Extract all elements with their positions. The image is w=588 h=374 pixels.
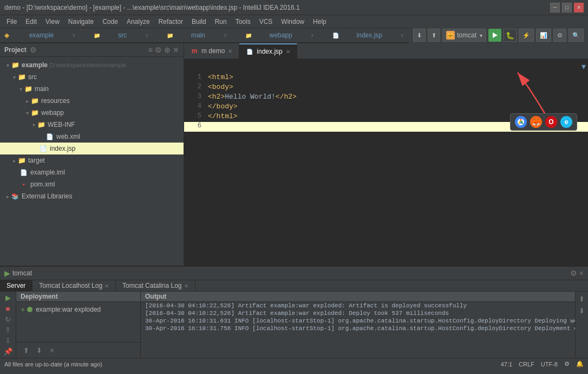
ie-button[interactable]: e bbox=[560, 116, 572, 128]
toolbar: ⬇ ⬆ 🐱 tomcat ▾ 🐛 ⚡ 📊 ⚙ 🔍 bbox=[409, 27, 588, 44]
tab-demo-close[interactable]: ✕ bbox=[228, 48, 232, 54]
stop-button[interactable]: ■ bbox=[3, 305, 14, 313]
settings-button[interactable]: ⚙ bbox=[553, 29, 566, 42]
tree-item-src[interactable]: ▾ 📁 src bbox=[0, 71, 184, 83]
deploy-down-button[interactable]: ⬇ bbox=[34, 345, 44, 356]
menu-window[interactable]: Window bbox=[277, 15, 309, 28]
tree-item-main[interactable]: ▾ 📁 main bbox=[0, 83, 184, 95]
menu-code[interactable]: Code bbox=[98, 15, 122, 28]
tree-item-webinf[interactable]: ▾ 📁 WEB-INF bbox=[0, 119, 184, 131]
gear-icon[interactable]: ⚙ bbox=[155, 46, 162, 54]
menu-refactor[interactable]: Refactor bbox=[154, 15, 187, 28]
bottom-tab-server[interactable]: Server bbox=[0, 280, 32, 291]
collapse-all-icon[interactable]: ≡ bbox=[148, 46, 153, 54]
extlibs-icon: 📚 bbox=[11, 192, 19, 201]
tab-demo[interactable]: m m demo ✕ bbox=[184, 43, 239, 59]
menu-view[interactable]: View bbox=[41, 15, 64, 28]
deploy-item-0[interactable]: + example:war exploded bbox=[16, 304, 140, 315]
deploy-add-icon[interactable]: + bbox=[21, 305, 25, 314]
opera-button[interactable]: O bbox=[545, 116, 557, 128]
maximize-panel-button[interactable]: ⬆ bbox=[577, 294, 587, 304]
dropdown-arrow-icon: ▾ bbox=[480, 33, 482, 38]
minimize-panel-button[interactable]: ⬇ bbox=[577, 306, 587, 315]
upload-button[interactable]: ⬆ bbox=[428, 29, 440, 42]
bottom-left-icons: ▶ ■ ↻ ⇧ ⇩ 📌 bbox=[0, 292, 16, 358]
bottom-tab-localhost-close[interactable]: ✕ bbox=[104, 283, 109, 289]
svg-marker-0 bbox=[493, 33, 498, 38]
settings-icon[interactable]: ⚙ bbox=[30, 46, 37, 54]
breadcrumb-indexjsp[interactable]: index.jsp bbox=[357, 31, 382, 39]
deploy-list-button[interactable]: ≡ bbox=[47, 345, 57, 356]
menu-build[interactable]: Build bbox=[187, 15, 211, 28]
scroll-up-button[interactable]: ⇧ bbox=[3, 326, 14, 334]
scroll-icon[interactable]: ⊕ bbox=[164, 46, 171, 54]
close-button[interactable]: ✕ bbox=[574, 3, 584, 12]
menu-analyze[interactable]: Analyze bbox=[122, 15, 154, 28]
firefox-button[interactable]: 🦊 bbox=[530, 116, 542, 128]
tree-item-exampleiml[interactable]: ▸ 📄 example.iml bbox=[0, 166, 184, 178]
tree-item-extlibs[interactable]: ▸ 📚 External Libraries bbox=[0, 190, 184, 202]
pin-button[interactable]: 📌 bbox=[3, 347, 14, 356]
line-ending[interactable]: CRLF bbox=[519, 361, 534, 367]
breadcrumb-webapp[interactable]: webapp bbox=[270, 31, 292, 39]
bottom-close-icon[interactable]: × bbox=[579, 269, 584, 278]
title-bar: demo - [D:\workspace\demo] - [example] -… bbox=[0, 0, 588, 15]
scroll-down-button[interactable]: ⇩ bbox=[3, 337, 14, 345]
output-header: Output bbox=[141, 292, 575, 302]
bottom-settings-icon[interactable]: ⚙ bbox=[570, 269, 577, 278]
editor: m m demo ✕ 📄 index.jsp ✕ ▾ 1 <html> bbox=[184, 43, 588, 266]
debug-button[interactable]: 🐛 bbox=[504, 29, 517, 42]
settings-icon-status[interactable]: ⚙ bbox=[564, 360, 570, 367]
bottom-panel: ▶ tomcat ⚙ × Server Tomcat Localhost Log… bbox=[0, 266, 588, 358]
tree-item-webapp[interactable]: ▾ 📁 webapp bbox=[0, 107, 184, 119]
chrome-button[interactable] bbox=[515, 116, 527, 128]
menu-tools[interactable]: Tools bbox=[231, 15, 255, 28]
tree-root[interactable]: ▾ 📁 example D:\workspace\demo\example bbox=[0, 59, 184, 71]
charset[interactable]: UTF-8 bbox=[541, 361, 558, 367]
menu-navigate[interactable]: Navigate bbox=[64, 15, 98, 28]
rerun-button[interactable]: ▶ bbox=[3, 294, 14, 302]
run-config-selector[interactable]: 🐱 tomcat ▾ bbox=[442, 29, 486, 42]
breadcrumb-src[interactable]: src bbox=[118, 31, 127, 39]
restart-button[interactable]: ↻ bbox=[3, 315, 14, 324]
cursor-position[interactable]: 47:1 bbox=[501, 361, 512, 367]
editor-content[interactable]: ▾ 1 <html> 2 <body> 3 <h2>Hello World!</… bbox=[184, 59, 588, 266]
bottom-tab-catalina-close[interactable]: ✕ bbox=[184, 283, 188, 289]
run-button[interactable] bbox=[488, 29, 501, 42]
menu-vcs[interactable]: VCS bbox=[255, 15, 277, 28]
output-header-label: Output bbox=[145, 293, 166, 300]
profile-button[interactable]: 📊 bbox=[536, 29, 551, 42]
iml-icon: 📄 bbox=[19, 168, 28, 177]
tree-item-webxml[interactable]: ▸ 📄 web.xml bbox=[0, 131, 184, 143]
menu-run[interactable]: Run bbox=[211, 15, 231, 28]
tab-indexjsp[interactable]: 📄 index.jsp ✕ bbox=[239, 43, 297, 59]
breadcrumb-main[interactable]: main bbox=[191, 31, 205, 39]
deployment-panel: Deployment + example:war exploded ⬆ ⬇ ≡ bbox=[16, 292, 141, 358]
bottom-tab-catalina-log[interactable]: Tomcat Catalina Log ✕ bbox=[116, 280, 195, 291]
bottom-panel-title: tomcat bbox=[12, 269, 32, 277]
run-icon bbox=[492, 32, 498, 38]
tree-item-target[interactable]: ▸ 📁 target bbox=[0, 154, 184, 166]
tree-item-indexjsp[interactable]: ▸ 📄 index.jsp bbox=[0, 143, 184, 154]
tab-indexjsp-close[interactable]: ✕ bbox=[286, 49, 290, 55]
target-label: target bbox=[28, 157, 45, 164]
webinf-label: WEB-INF bbox=[48, 121, 75, 128]
bottom-tab-localhost-log[interactable]: Tomcat Localhost Log ✕ bbox=[32, 280, 116, 291]
breadcrumb-example[interactable]: example bbox=[29, 31, 54, 39]
menu-help[interactable]: Help bbox=[309, 15, 331, 28]
menu-bar: File Edit View Navigate Code Analyze Ref… bbox=[0, 15, 588, 28]
maximize-button[interactable]: □ bbox=[562, 3, 572, 12]
tree-item-resources[interactable]: ▸ 📁 resources bbox=[0, 95, 184, 107]
scroll-indicator[interactable]: ▾ bbox=[582, 61, 586, 72]
tree-item-pomxml[interactable]: ▸ ▪ pom.xml bbox=[0, 178, 184, 190]
coverage-button[interactable]: ⚡ bbox=[519, 29, 534, 42]
menu-file[interactable]: File bbox=[2, 15, 21, 28]
menu-edit[interactable]: Edit bbox=[21, 15, 41, 28]
search-button[interactable]: 🔍 bbox=[569, 29, 584, 42]
browser-panel: 🦊 O e bbox=[510, 113, 577, 131]
deploy-up-button[interactable]: ⬆ bbox=[21, 345, 31, 356]
download-button[interactable]: ⬇ bbox=[413, 29, 426, 42]
minimize-button[interactable]: ─ bbox=[550, 3, 560, 12]
hide-icon[interactable]: ✕ bbox=[173, 46, 179, 54]
notifications-icon[interactable]: 🔔 bbox=[576, 360, 584, 367]
